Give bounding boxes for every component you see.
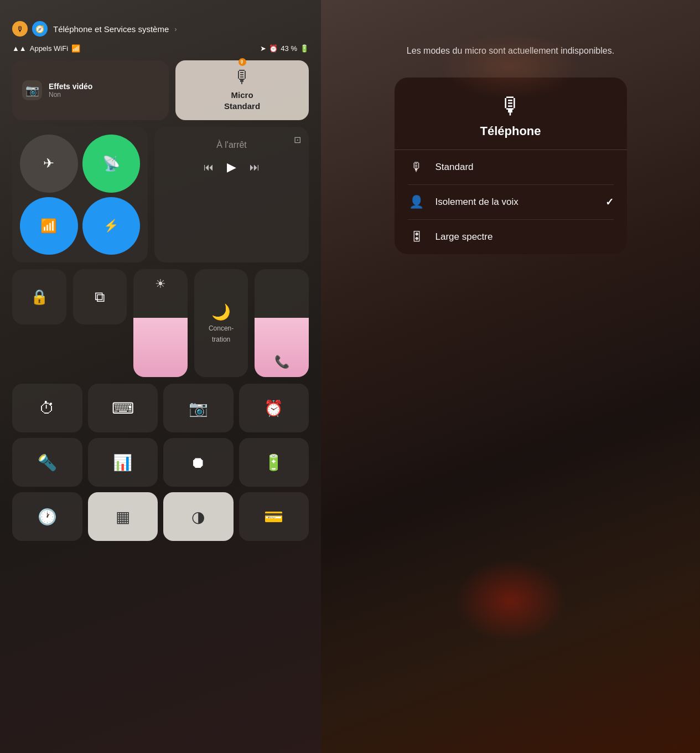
micro-label-line1: Micro — [231, 90, 253, 101]
status-left: ▲▲ Appels WiFi 📶 — [12, 44, 80, 53]
status-bar: ▲▲ Appels WiFi 📶 ➤ ⏰ 43 % 🔋 — [12, 42, 309, 60]
option-wide-label: Large spectre — [435, 231, 614, 243]
top-bar-title: Téléphone et Services système — [53, 24, 169, 34]
icon-grid-row1: ⏱ ⌨ 📷 ⏰ — [12, 384, 309, 432]
focus-label-line2: tration — [212, 336, 230, 343]
video-effects-label: Effets vidéo — [49, 82, 92, 91]
focus-label-line1: Concen- — [209, 324, 234, 332]
camera-btn[interactable]: 📷 — [163, 384, 234, 432]
clock-btn[interactable]: 🕐 — [12, 492, 82, 541]
right-panel: Les modes du micro sont actuellement ind… — [321, 0, 700, 753]
small-controls-row: 🔒 ⧉ ☀ 🌙 Concen- tration 📞 — [12, 269, 309, 377]
bluetooth-btn[interactable]: ⚡ — [82, 197, 141, 255]
option-standard[interactable]: 🎙 Standard — [395, 150, 627, 184]
media-player-block: ⊡ À l'arrêt ⏮ ▶ ⏭ — [154, 127, 309, 262]
wallet-btn[interactable]: 💳 — [239, 492, 309, 541]
lock-rotation-icon: 🔒 — [30, 288, 48, 306]
micro-label-line2: Standard — [224, 101, 260, 112]
rewind-btn[interactable]: ⏮ — [204, 162, 214, 173]
micro-card[interactable]: 🎙 🎙 Micro Standard — [175, 60, 309, 120]
icon-grid-row3: 🕐 ▦ ◑ 💳 — [12, 492, 309, 541]
contrast-btn[interactable]: ◑ — [163, 492, 234, 541]
signal-icon: ▲▲ — [12, 44, 27, 53]
connectivity-block: ✈ 📡 📶 ⚡ — [12, 127, 148, 262]
phone-icon: 📞 — [274, 355, 289, 369]
icon-grid-row2: 🔦 📊 ⏺ 🔋 — [12, 438, 309, 487]
popup-card: 🎙 Téléphone 🎙 Standard 👤 Isolement de la… — [395, 78, 627, 254]
airplane-mode-btn[interactable]: ✈ — [20, 135, 78, 193]
wifi-icon: 📶 — [71, 44, 80, 53]
standard-mic-icon: 🎙 — [408, 160, 426, 174]
chevron-right-icon[interactable]: › — [174, 25, 177, 33]
option-voice-label: Isolement de la voix — [435, 197, 595, 208]
option-standard-label: Standard — [435, 162, 614, 173]
status-right: ➤ ⏰ 43 % 🔋 — [260, 44, 309, 53]
alarm-btn[interactable]: ⏰ — [239, 384, 309, 432]
mirror-icon: ⧉ — [95, 288, 105, 306]
moon-icon: 🌙 — [211, 303, 231, 321]
battery-percent: 43 % — [281, 44, 297, 53]
option-wide-spectrum[interactable]: 🎛 Large spectre — [395, 220, 627, 254]
sun-icon: ☀ — [155, 277, 166, 291]
video-effects-card[interactable]: 📷 Effets vidéo Non — [12, 60, 169, 120]
mic-circle-icon: 🎙 — [12, 21, 28, 37]
location-icon: ➤ — [260, 44, 266, 53]
brightness-slider[interactable]: ☀ — [133, 269, 188, 377]
screen-mirror-btn[interactable]: ⧉ — [73, 269, 127, 324]
alarm-icon: ⏰ — [269, 44, 278, 53]
play-btn[interactable]: ▶ — [227, 160, 236, 174]
micro-orange-dot: 🎙 — [238, 58, 246, 66]
control-row: ✈ 📡 📶 ⚡ ⊡ À l'arrêt ⏮ ▶ ⏭ — [12, 127, 309, 262]
screen-lock-btn[interactable]: 🔒 — [12, 269, 66, 324]
micro-icon: 🎙 — [234, 67, 251, 87]
calls-wifi-label: Appels WiFi — [30, 44, 68, 53]
phone-slider[interactable]: 📞 — [255, 269, 309, 377]
wifi-toggle-btn[interactable]: 📡 — [82, 135, 141, 193]
qr-scan-btn[interactable]: ▦ — [88, 492, 158, 541]
video-card-text: Effets vidéo Non — [49, 82, 92, 99]
wifi-btn[interactable]: 📶 — [20, 197, 78, 255]
soundwave-btn[interactable]: 📊 — [88, 438, 158, 487]
popup-header: 🎙 Téléphone — [395, 78, 627, 149]
video-effects-sublabel: Non — [49, 91, 92, 99]
flashlight-btn[interactable]: 🔦 — [12, 438, 82, 487]
left-panel: 🎙 🧭 Téléphone et Services système › ▲▲ A… — [0, 0, 321, 753]
voice-isolation-icon: 👤 — [408, 195, 426, 209]
battery-status-btn[interactable]: 🔋 — [239, 438, 309, 487]
media-controls: ⏮ ▶ ⏭ — [163, 160, 300, 174]
location-circle-icon: 🧭 — [32, 21, 48, 37]
brightness-fill — [133, 318, 188, 377]
popup-title: Téléphone — [480, 124, 541, 138]
checkmark-icon: ✓ — [605, 196, 614, 208]
fast-forward-btn[interactable]: ⏭ — [250, 162, 260, 173]
info-text: Les modes du micro sont actuellement ind… — [407, 44, 614, 58]
video-off-icon: 📷 — [22, 80, 42, 100]
option-voice-isolation[interactable]: 👤 Isolement de la voix ✓ — [395, 185, 627, 219]
focus-btn[interactable]: 🌙 Concen- tration — [194, 269, 248, 377]
popup-mic-icon: 🎙 — [499, 93, 522, 120]
top-bar: 🎙 🧭 Téléphone et Services système › — [12, 0, 309, 42]
media-status-label: À l'arrêt — [163, 140, 300, 150]
battery-icon: 🔋 — [300, 44, 309, 53]
bottom-glow — [455, 559, 566, 642]
top-cards-row: 📷 Effets vidéo Non 🎙 🎙 Micro Standard — [12, 60, 309, 120]
airplay-icon[interactable]: ⊡ — [294, 135, 301, 145]
wide-spectrum-icon: 🎛 — [408, 230, 426, 244]
calculator-btn[interactable]: ⌨ — [88, 384, 158, 432]
screen-record-btn[interactable]: ⏺ — [163, 438, 234, 487]
timer-btn[interactable]: ⏱ — [12, 384, 82, 432]
